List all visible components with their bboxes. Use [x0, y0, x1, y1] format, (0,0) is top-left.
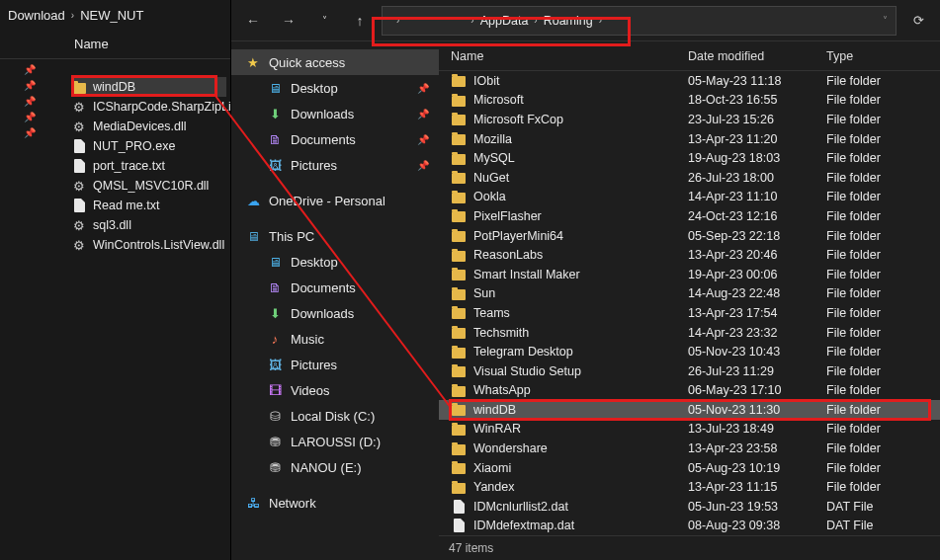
address-bar[interactable]: › › AppData › Roaming › ˅ [382, 6, 897, 36]
file-date: 14-Apr-23 11:10 [688, 190, 826, 203]
file-type: DAT File [826, 500, 940, 514]
pin-icon: 📌 [0, 124, 59, 140]
refresh-button[interactable]: ⟳ [904, 13, 932, 28]
file-type: File folder [826, 364, 940, 378]
left-breadcrumb[interactable]: Download › NEW_NUT [0, 0, 230, 30]
left-list-item[interactable]: windDB [71, 77, 226, 97]
file-row[interactable]: Ookla14-Apr-23 11:10File folder [439, 188, 940, 207]
file-row[interactable]: Wondershare13-Apr-23 23:58File folder [439, 439, 940, 458]
file-date: 13-Apr-23 11:15 [688, 480, 826, 494]
nav-documents-pc[interactable]: 🗎Documents [231, 275, 439, 300]
chevron-right-icon: › [534, 15, 537, 26]
up-button[interactable]: ↑ [346, 7, 374, 35]
star-icon: ★ [245, 54, 261, 70]
left-list-item[interactable]: ⚙sql3.dll [71, 215, 226, 235]
file-row[interactable]: Mozilla13-Apr-23 11:20File folder [439, 129, 940, 149]
file-row[interactable]: ReasonLabs13-Apr-23 20:46File folder [439, 245, 940, 265]
back-button[interactable]: ← [239, 7, 267, 35]
nav-downloads[interactable]: ⬇Downloads📌 [231, 101, 439, 126]
left-list-item[interactable]: Read me.txt [71, 196, 226, 215]
nav-quick-access[interactable]: ★Quick access [231, 49, 439, 75]
file-row[interactable]: Sun14-Aug-23 22:48File folder [439, 284, 940, 304]
file-list: IObit05-May-23 11:18File folderMicrosoft… [439, 71, 940, 535]
file-row[interactable]: Techsmith14-Apr-23 23:32File folder [439, 323, 940, 343]
nav-videos[interactable]: 🎞Videos [231, 377, 439, 403]
col-header-date[interactable]: Date modified [688, 49, 826, 63]
file-name: Read me.txt [93, 199, 159, 212]
nav-network[interactable]: 🖧Network [231, 490, 439, 516]
file-row[interactable]: IDMdefextmap.dat08-Aug-23 09:38DAT File [439, 517, 940, 536]
file-row[interactable]: Teams13-Apr-23 17:54File folder [439, 303, 940, 323]
nav-onedrive[interactable]: ☁OneDrive - Personal [231, 188, 439, 213]
file-row[interactable]: WinRAR13-Jul-23 18:49File folder [439, 420, 940, 440]
nav-pictures-pc[interactable]: 🖼Pictures [231, 352, 439, 377]
desktop-icon: 🖥 [267, 80, 283, 96]
file-name: Teams [473, 306, 510, 320]
file-row[interactable]: windDB05-Nov-23 11:30File folder [439, 400, 940, 420]
addr-appdata[interactable]: AppData [480, 14, 529, 28]
pin-icon: 📌 [0, 61, 59, 77]
left-column-header[interactable]: Name [0, 30, 230, 59]
left-list-item[interactable]: ⚙QMSL_MSVC10R.dll [71, 176, 226, 196]
file-row[interactable]: Telegram Desktop05-Nov-23 10:43File fold… [439, 342, 940, 361]
file-row[interactable]: IObit05-May-23 11:18File folder [439, 71, 940, 91]
nav-nanou-e[interactable]: ⛃NANOU (E:) [231, 454, 439, 480]
file-date: 19-Apr-23 00:06 [688, 268, 826, 281]
file-row[interactable]: Xiaomi05-Aug-23 10:19File folder [439, 458, 940, 478]
chevron-right-icon: › [396, 15, 399, 26]
file-row[interactable]: MySQL19-Aug-23 18:03File folder [439, 148, 940, 168]
nav-this-pc[interactable]: 🖥This PC [231, 223, 439, 249]
file-row[interactable]: PotPlayerMini6405-Sep-23 22:18File folde… [439, 226, 940, 246]
file-row[interactable]: WhatsApp06-May-23 17:10File folder [439, 381, 940, 401]
recent-dropdown[interactable]: ˅ [310, 7, 338, 35]
chevron-right-icon: › [599, 15, 602, 26]
file-date: 06-May-23 17:10 [688, 383, 826, 397]
left-list-item[interactable]: NUT_PRO.exe [71, 136, 226, 156]
left-list-item[interactable]: ⚙MediaDevices.dll [71, 117, 226, 136]
col-header-name[interactable]: Name [451, 49, 688, 63]
file-row[interactable]: PixelFlasher24-Oct-23 12:16File folder [439, 206, 940, 226]
left-list-item[interactable]: ⚙ICSharpCode.SharpZipLi… [71, 97, 226, 117]
document-icon: 🗎 [267, 280, 283, 295]
forward-button[interactable]: → [275, 7, 302, 35]
file-name: MySQL [473, 151, 515, 165]
file-name: Smart Install Maker [473, 268, 580, 281]
nav-pictures[interactable]: 🖼Pictures📌 [231, 152, 439, 178]
file-date: 23-Jul-23 15:26 [688, 113, 826, 126]
file-row[interactable]: IDMcnlurllist2.dat05-Jun-23 19:53DAT Fil… [439, 497, 940, 517]
file-row[interactable]: Smart Install Maker19-Apr-23 00:06File f… [439, 265, 940, 284]
file-date: 05-May-23 11:18 [688, 74, 826, 88]
music-icon: ♪ [267, 331, 283, 347]
left-list-item[interactable]: port_trace.txt [71, 156, 226, 176]
pin-icon: 📌 [417, 83, 429, 94]
nav-music[interactable]: ♪Music [231, 326, 439, 352]
file-date: 05-Jun-23 19:53 [688, 500, 826, 514]
file-name: Visual Studio Setup [473, 364, 581, 378]
crumb-newnut[interactable]: NEW_NUT [80, 8, 143, 23]
document-icon: 🗎 [267, 131, 283, 147]
pin-icon: 📌 [0, 109, 59, 124]
left-list-item[interactable]: ⚙WinControls.ListView.dll [71, 235, 226, 255]
file-date: 05-Nov-23 10:43 [688, 345, 826, 359]
file-date: 14-Aug-23 22:48 [688, 286, 826, 300]
nav-downloads-pc[interactable]: ⬇Downloads [231, 300, 439, 326]
column-headers: Name Date modified Type [439, 41, 940, 71]
nav-desktop-pc[interactable]: 🖥Desktop [231, 249, 439, 275]
file-row[interactable]: Microsoft FxCop23-Jul-23 15:26File folde… [439, 110, 940, 129]
address-dropdown[interactable]: ˅ [883, 15, 888, 26]
crumb-download[interactable]: Download [8, 8, 65, 23]
nav-documents[interactable]: 🗎Documents📌 [231, 126, 439, 152]
address-toolbar: ← → ˅ ↑ › › AppData › Roaming › ˅ ⟳ [231, 0, 940, 41]
file-date: 13-Apr-23 23:58 [688, 441, 826, 455]
file-row[interactable]: Microsoft18-Oct-23 16:55File folder [439, 91, 940, 111]
col-header-type[interactable]: Type [826, 49, 940, 63]
file-row[interactable]: Visual Studio Setup26-Jul-23 11:29File f… [439, 361, 940, 381]
file-row[interactable]: NuGet26-Jul-23 18:00File folder [439, 168, 940, 188]
file-row[interactable]: Yandex13-Apr-23 11:15File folder [439, 477, 940, 497]
addr-roaming[interactable]: Roaming [544, 14, 593, 28]
nav-laroussi-d[interactable]: ⛃LAROUSSI (D:) [231, 429, 439, 454]
file-type: File folder [826, 306, 940, 320]
nav-desktop[interactable]: 🖥Desktop📌 [231, 75, 439, 101]
nav-local-disk-c[interactable]: ⛁Local Disk (C:) [231, 403, 439, 429]
file-name: Xiaomi [473, 461, 511, 475]
